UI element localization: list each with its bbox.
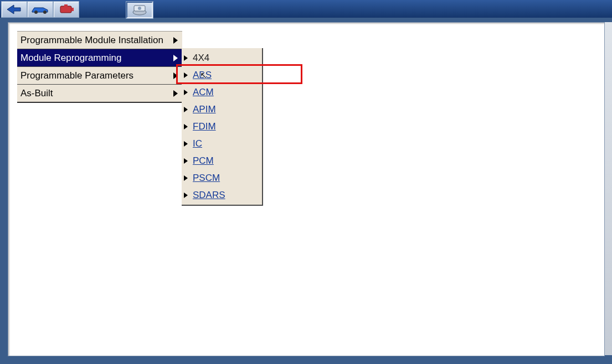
chevron-right-icon: [184, 124, 188, 129]
submenu-item-label: IC: [193, 138, 202, 149]
submenu-module-reprogramming: 4X4 ABS ACM APIM FDIM IC: [182, 48, 263, 206]
menu-item-pmi[interactable]: Programmable Module Installation: [17, 32, 182, 49]
chevron-right-icon: [184, 175, 188, 181]
svg-point-0: [34, 11, 38, 14]
content-canvas: Programmable Module Installation Module …: [8, 22, 605, 356]
main-menu: Programmable Module Installation Module …: [17, 31, 182, 103]
svg-point-5: [133, 9, 146, 15]
chevron-right-icon: [184, 141, 188, 147]
submenu-item-label: FDIM: [193, 121, 216, 132]
svg-rect-4: [71, 8, 74, 11]
chevron-right-icon: [173, 72, 178, 79]
toolbar-btn-back[interactable]: [1, 1, 27, 18]
submenu-item-pscm[interactable]: PSCM: [182, 169, 262, 186]
menu-item-label: Module Reprogramming: [20, 49, 121, 66]
submenu-item-label: PSCM: [193, 173, 220, 183]
submenu-item-ic[interactable]: IC: [182, 135, 262, 152]
menu-item-label: As-Built: [20, 85, 53, 102]
scrollbar-right[interactable]: [604, 22, 612, 355]
toolbar-btn-engine[interactable]: [53, 1, 79, 18]
toolbar-btn-drive[interactable]: [126, 1, 153, 19]
submenu-item-label: APIM: [193, 104, 216, 115]
menu-item-label: Programmable Parameters: [20, 67, 133, 84]
menu-item-module-reprogramming[interactable]: Module Reprogramming: [17, 49, 182, 67]
submenu-item-label: SDARS: [193, 190, 225, 200]
submenu-item-label: 4X4: [193, 53, 209, 63]
menu-item-label: Programmable Module Installation: [20, 32, 163, 49]
svg-rect-2: [60, 6, 71, 13]
submenu-item-4x4[interactable]: 4X4: [182, 49, 262, 66]
toolbar-btn-vehicle[interactable]: [27, 1, 53, 18]
top-toolbar: [0, 0, 612, 18]
submenu-item-pcm[interactable]: PCM: [182, 152, 262, 169]
submenu-item-fdim[interactable]: FDIM: [182, 118, 262, 135]
submenu-item-sdars[interactable]: SDARS: [182, 186, 262, 204]
chevron-right-icon: [184, 158, 188, 164]
menu-item-prog-params[interactable]: Programmable Parameters: [17, 67, 182, 85]
svg-rect-3: [64, 4, 68, 7]
engine-icon: [59, 3, 74, 15]
menu-item-as-built[interactable]: As-Built: [17, 85, 182, 103]
chevron-right-icon: [184, 193, 188, 198]
submenu-item-label: ACM: [193, 87, 214, 97]
submenu-item-label: ABS: [193, 70, 212, 80]
chevron-right-icon: [184, 107, 188, 112]
drive-icon: [131, 3, 148, 17]
submenu-item-acm[interactable]: ACM: [182, 84, 262, 101]
svg-rect-6: [134, 6, 145, 11]
chevron-right-icon: [184, 72, 188, 78]
submenu-item-label: PCM: [193, 155, 214, 166]
chevron-right-icon: [184, 90, 188, 95]
chevron-right-icon: [173, 37, 178, 44]
back-arrow-icon: [6, 4, 23, 15]
chevron-right-icon: [173, 55, 178, 61]
submenu-item-abs[interactable]: ABS: [182, 66, 262, 84]
svg-point-1: [43, 11, 47, 14]
app-viewport: Programmable Module Installation Module …: [0, 0, 612, 364]
vehicle-icon: [31, 4, 50, 15]
svg-point-7: [138, 7, 141, 10]
chevron-right-icon: [173, 90, 178, 97]
submenu-item-apim[interactable]: APIM: [182, 101, 262, 118]
chevron-right-icon: [184, 55, 188, 61]
